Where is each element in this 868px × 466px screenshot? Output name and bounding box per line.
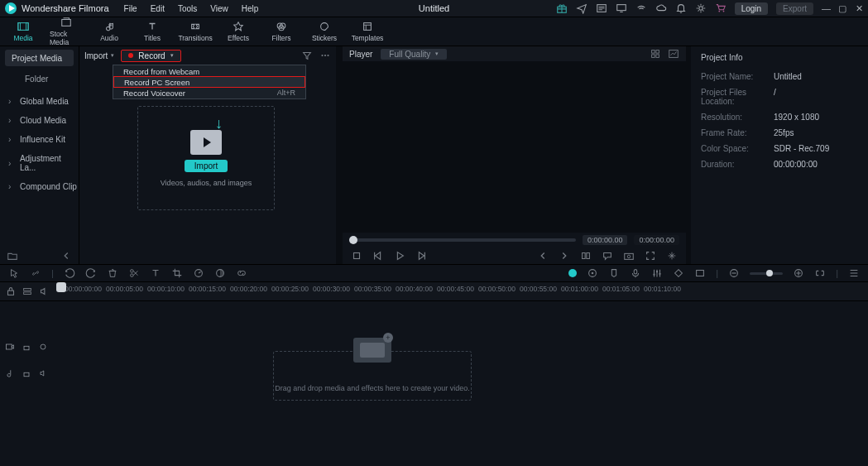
pv-prev-icon[interactable] — [537, 250, 549, 262]
time-total: 0:00:00.00 — [634, 235, 679, 245]
sidebar-item-compound[interactable]: Compound Clip — [0, 177, 79, 196]
lane-hide-icon[interactable] — [38, 342, 48, 352]
pv-fullscreen-icon[interactable] — [645, 250, 656, 262]
gift-icon[interactable] — [556, 2, 568, 14]
menu-tools[interactable]: Tools — [178, 4, 197, 13]
timeline-dropzone[interactable]: Drag and drop media and effects here to … — [273, 351, 472, 401]
wifi-icon[interactable] — [635, 2, 647, 14]
media-dropzone[interactable]: Import Videos, audios, and images — [137, 106, 275, 210]
minimize-button[interactable]: — — [822, 3, 830, 13]
more-icon[interactable] — [319, 50, 331, 61]
tl-target-icon[interactable] — [587, 267, 598, 279]
tab-transitions[interactable]: Transitions — [179, 21, 212, 42]
tl-mixer-icon[interactable] — [651, 267, 663, 279]
zoom-slider[interactable] — [750, 272, 783, 275]
menu-edit[interactable]: Edit — [151, 4, 165, 13]
timeline-tracks[interactable]: Drag and drop media and effects here to … — [0, 301, 868, 466]
tl-mute-icon[interactable] — [38, 286, 50, 297]
filter-icon[interactable] — [301, 50, 313, 61]
export-button[interactable]: Export — [776, 2, 813, 15]
cloud-icon[interactable] — [655, 2, 667, 14]
add-folder-icon[interactable] — [7, 250, 18, 262]
playhead[interactable] — [61, 282, 62, 300]
tab-stock-media[interactable]: Stock Media — [50, 17, 83, 46]
play-icon[interactable] — [394, 250, 405, 262]
sidebar-item-cloud[interactable]: Cloud Media — [0, 111, 79, 130]
tab-filters[interactable]: Filters — [265, 21, 298, 42]
cart-icon[interactable] — [715, 2, 727, 14]
quality-select[interactable]: Full Quality — [381, 49, 447, 60]
screen-icon[interactable] — [616, 2, 627, 14]
tl-zoom-in-icon[interactable] — [793, 267, 804, 279]
pv-comment-icon[interactable] — [602, 250, 613, 262]
preview-viewport[interactable] — [343, 61, 686, 233]
tl-tracks-icon[interactable] — [848, 267, 860, 279]
sidebar-item-adjustment[interactable]: Adjustment La... — [0, 149, 79, 177]
tab-stickers[interactable]: Stickers — [308, 21, 341, 42]
tl-pointer-icon[interactable] — [8, 267, 20, 279]
prev-icon[interactable] — [372, 250, 384, 262]
lane-lock-icon-2[interactable] — [22, 368, 31, 378]
collapse-icon[interactable] — [60, 250, 72, 262]
import-dropdown[interactable]: Import — [84, 51, 114, 60]
tl-undo-icon[interactable] — [64, 267, 75, 279]
menu-help[interactable]: Help — [242, 4, 259, 13]
sidebar-folder[interactable]: Folder — [0, 70, 79, 92]
lane-lock-icon[interactable] — [22, 342, 31, 352]
sidebar-item-global[interactable]: Global Media — [0, 92, 79, 111]
pv-snapshot-icon[interactable] — [623, 250, 635, 262]
timeline-ruler[interactable]: 00:00:00:0000:00:05:0000:00:10:0000:00:1… — [0, 281, 868, 301]
record-voiceover[interactable]: Record VoiceoverAlt+R — [113, 87, 305, 98]
audio-lane-header[interactable] — [0, 361, 61, 386]
gear-icon[interactable] — [695, 2, 707, 14]
bell-icon[interactable] — [675, 2, 687, 14]
pv-compare-icon[interactable] — [580, 250, 592, 262]
tl-zoom-out-icon[interactable] — [728, 267, 740, 279]
tl-redo-icon[interactable] — [85, 267, 97, 279]
pv-next-icon[interactable] — [559, 250, 570, 262]
send-icon[interactable] — [576, 2, 587, 14]
menu-file[interactable]: File — [124, 4, 137, 13]
tl-speed-icon[interactable] — [193, 267, 204, 279]
sidebar-item-influence[interactable]: Influence Kit — [0, 130, 79, 149]
pv-sparkle-icon[interactable] — [666, 250, 678, 262]
tl-view-icon[interactable] — [22, 286, 33, 297]
sidebar-project-media[interactable]: Project Media — [5, 50, 74, 66]
tab-titles[interactable]: Titles — [136, 21, 169, 42]
maximize-button[interactable]: ▢ — [838, 3, 846, 14]
tl-text-icon[interactable] — [150, 267, 161, 279]
import-button[interactable]: Import — [185, 160, 228, 172]
tl-mic-icon[interactable] — [630, 267, 641, 279]
tl-keyframe-icon[interactable] — [673, 267, 684, 279]
picture-icon[interactable] — [668, 48, 679, 60]
tl-link2-icon[interactable] — [236, 267, 247, 279]
video-lane-header[interactable] — [0, 334, 61, 359]
tl-link-icon[interactable] — [30, 267, 41, 279]
tl-split-icon[interactable] — [128, 267, 140, 279]
record-dropdown[interactable]: Record▾ — [121, 50, 180, 62]
tl-marker-icon[interactable] — [608, 267, 620, 279]
login-button[interactable]: Login — [735, 2, 768, 15]
stop-icon[interactable] — [351, 250, 362, 262]
record-webcam[interactable]: Record from Webcam — [113, 65, 305, 77]
grid-icon[interactable] — [650, 48, 661, 60]
tab-effects[interactable]: Effects — [222, 21, 255, 42]
tab-media[interactable]: Media — [7, 21, 40, 42]
tl-ai-icon[interactable] — [568, 269, 577, 277]
tl-color-icon[interactable] — [214, 267, 226, 279]
preview-scrubber[interactable] — [349, 238, 576, 242]
tl-delete-icon[interactable] — [107, 267, 118, 279]
menu-view[interactable]: View — [210, 4, 228, 13]
tab-templates[interactable]: Templates — [351, 21, 384, 42]
close-button[interactable]: ✕ — [855, 3, 863, 14]
tl-render-icon[interactable] — [694, 267, 706, 279]
tab-audio[interactable]: Audio — [93, 21, 126, 42]
tl-lock-icon[interactable] — [5, 286, 17, 297]
lane-mute-icon[interactable] — [38, 368, 48, 378]
tl-crop-icon[interactable] — [171, 267, 183, 279]
news-icon[interactable] — [596, 2, 607, 14]
record-pc-screen[interactable]: Record PC Screen — [113, 76, 305, 88]
tl-fit-icon[interactable] — [814, 267, 826, 279]
next-icon[interactable] — [415, 250, 427, 262]
ruler-tick: 00:00:35:00 — [354, 285, 391, 293]
